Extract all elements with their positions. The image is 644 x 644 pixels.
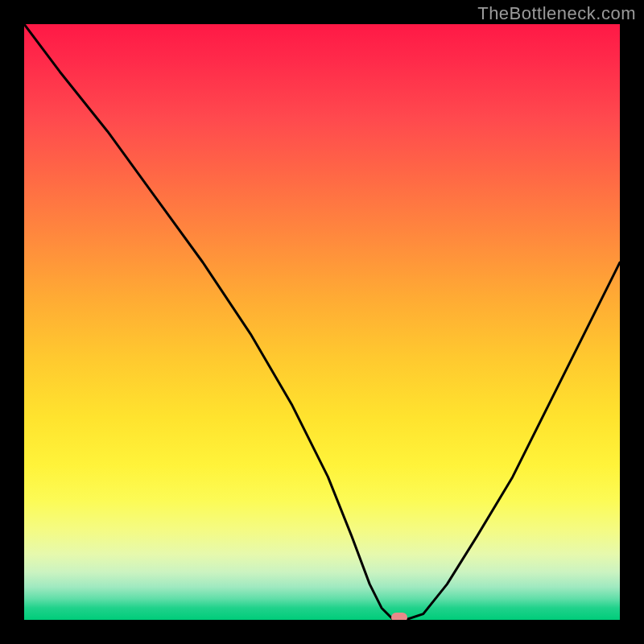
watermark-text: TheBottleneck.com (477, 3, 636, 24)
chart-frame: TheBottleneck.com (0, 0, 644, 644)
optimal-marker (391, 613, 407, 620)
bottleneck-curve (24, 24, 620, 620)
plot-area (24, 24, 620, 620)
